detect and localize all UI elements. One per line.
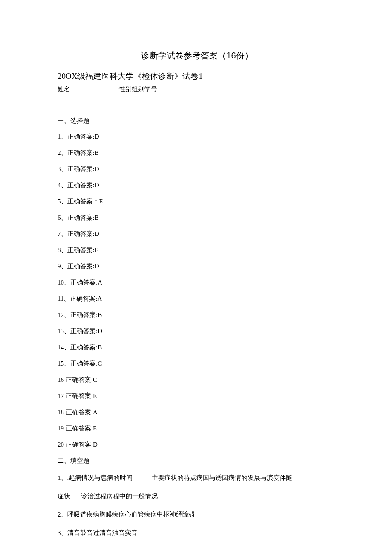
answer-text: 正确答案:B xyxy=(70,344,102,351)
answer-text: 正确答案:C xyxy=(70,360,102,367)
answer-item: 3、正确答案:D xyxy=(58,165,337,173)
answer-num: 9、 xyxy=(58,263,67,270)
answer-num: 14、 xyxy=(58,344,70,351)
name-label: 姓名 xyxy=(58,85,70,93)
answer-text: 正确答案:D xyxy=(67,133,99,140)
answer-text: 正确答案:D xyxy=(67,166,99,172)
answer-text: 正确答案:D xyxy=(67,182,99,189)
fill-item-1-line-1: 1、.起病情况与患病的时间主要症状的特点病因与诱因病情的发展与演变伴随 xyxy=(58,473,337,483)
answer-text: 正确答案:D xyxy=(70,328,102,334)
answer-num: 2、 xyxy=(58,149,67,156)
answer-text: 正确答案:C xyxy=(66,376,97,383)
fill-text: 诊治过程病程中的一般情况 xyxy=(81,493,158,500)
answer-text: 正确答案:E xyxy=(66,425,97,432)
answer-text: 正确答案:D xyxy=(67,230,99,237)
exam-subtitle: 20OX级福建医科大学《检体诊断》试卷1 xyxy=(58,71,337,82)
answer-item: 10、正确答案:A xyxy=(58,279,337,287)
answer-num: 5、 xyxy=(58,198,67,205)
answer-num: 20 xyxy=(58,441,64,448)
fill-text: 1、.起病情况与患病的时间 xyxy=(58,474,133,481)
answer-item: 13、正确答案:D xyxy=(58,327,337,335)
fill-item-3: 3、清音鼓音过清音浊音实音 xyxy=(58,528,337,538)
answer-text: 正确答案:A xyxy=(70,295,102,302)
answer-num: 6、 xyxy=(58,214,67,221)
answer-num: 11、 xyxy=(58,295,70,302)
answer-text: 正确答案:D xyxy=(67,263,99,270)
answer-text: 正确答案:A xyxy=(66,409,98,416)
answer-item: 18 正确答案:A xyxy=(58,408,337,416)
answer-item: 8、正确答案:E xyxy=(58,246,337,254)
answer-num: 16 xyxy=(58,376,64,383)
answer-item: 1、正确答案:D xyxy=(58,133,337,141)
fill-text: 主要症状的特点病因与诱因病情的发展与演变伴随 xyxy=(152,474,292,481)
answer-text: 正确答案:B xyxy=(67,149,99,156)
answer-num: 12、 xyxy=(58,311,70,318)
fill-item-1-line-2: 症状诊治过程病程中的一般情况 xyxy=(58,491,337,501)
answer-num: 10、 xyxy=(58,279,70,286)
answer-num: 19 xyxy=(58,425,64,432)
answer-item: 9、正确答案:D xyxy=(58,262,337,270)
answer-item: 19 正确答案:E xyxy=(58,424,337,433)
answer-item: 17 正确答案:E xyxy=(58,392,337,400)
answer-text: 正确答案:E xyxy=(67,247,98,253)
answer-item: 6、正确答案:B xyxy=(58,214,337,222)
answer-item: 4、正确答案:D xyxy=(58,181,337,189)
answer-item: 5、正确答案：E xyxy=(58,198,337,206)
answer-item: 15、正确答案:C xyxy=(58,360,337,368)
fields-label: 性别组别学号 xyxy=(119,86,157,93)
answer-num: 7、 xyxy=(58,230,67,237)
section-2-header: 二、填空题 xyxy=(58,457,337,465)
answer-item: 16 正确答案:C xyxy=(58,376,337,384)
fill-text: 症状 xyxy=(58,493,70,500)
answer-item: 2、正确答案:B xyxy=(58,149,337,157)
answer-num: 1、 xyxy=(58,133,67,140)
answer-item: 20 正确答案:D xyxy=(58,441,337,449)
answer-text: 正确答案:D xyxy=(66,441,98,448)
answer-num: 3、 xyxy=(58,166,67,172)
section-1-header: 一、选择题 xyxy=(58,117,337,125)
answer-item: 14、正确答案:B xyxy=(58,343,337,352)
answer-text: 正确答案:B xyxy=(67,214,99,221)
answer-item: 7、正确答案:D xyxy=(58,230,337,238)
fill-item-2: 2、呼吸道疾病胸膜疾病心血管疾病中枢神经障碍 xyxy=(58,509,337,520)
page-title: 诊断学试卷参考答案（16份） xyxy=(58,50,337,61)
answer-num: 18 xyxy=(58,409,64,416)
answer-text: 正确答案:B xyxy=(70,311,102,318)
answer-text: 正确答案：E xyxy=(67,198,103,205)
answer-num: 8、 xyxy=(58,247,67,253)
student-info-line: 姓名 性别组别学号 xyxy=(58,85,337,93)
answer-num: 17 xyxy=(58,392,64,399)
answer-num: 4、 xyxy=(58,182,67,189)
answer-text: 正确答案:A xyxy=(70,279,102,286)
answer-num: 13、 xyxy=(58,328,70,334)
answer-text: 正确答案:E xyxy=(66,392,97,399)
answer-item: 12、正确答案:B xyxy=(58,311,337,319)
answer-num: 15、 xyxy=(58,360,70,367)
answer-item: 11、正确答案:A xyxy=(58,295,337,303)
